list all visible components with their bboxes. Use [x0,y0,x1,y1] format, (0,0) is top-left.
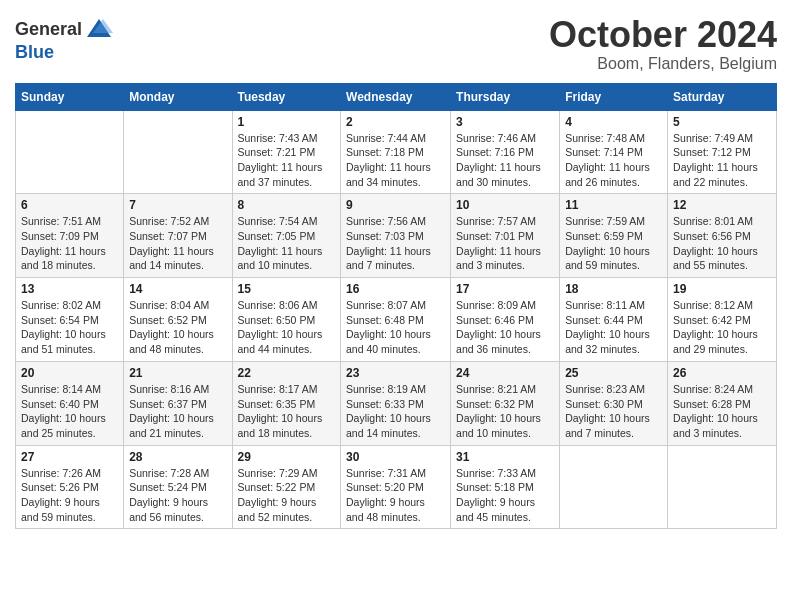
day-info: Sunrise: 8:12 AM Sunset: 6:42 PM Dayligh… [673,298,771,357]
calendar-cell: 29Sunrise: 7:29 AM Sunset: 5:22 PM Dayli… [232,445,341,529]
day-info: Sunrise: 8:17 AM Sunset: 6:35 PM Dayligh… [238,382,336,441]
calendar-cell: 17Sunrise: 8:09 AM Sunset: 6:46 PM Dayli… [451,278,560,362]
day-number: 17 [456,282,554,296]
calendar-cell [560,445,668,529]
calendar-cell: 12Sunrise: 8:01 AM Sunset: 6:56 PM Dayli… [668,194,777,278]
day-info: Sunrise: 7:31 AM Sunset: 5:20 PM Dayligh… [346,466,445,525]
calendar-week-row: 1Sunrise: 7:43 AM Sunset: 7:21 PM Daylig… [16,110,777,194]
day-info: Sunrise: 7:54 AM Sunset: 7:05 PM Dayligh… [238,214,336,273]
calendar-cell: 22Sunrise: 8:17 AM Sunset: 6:35 PM Dayli… [232,361,341,445]
day-number: 18 [565,282,662,296]
calendar-cell [668,445,777,529]
day-info: Sunrise: 7:29 AM Sunset: 5:22 PM Dayligh… [238,466,336,525]
calendar-cell: 25Sunrise: 8:23 AM Sunset: 6:30 PM Dayli… [560,361,668,445]
calendar-cell: 30Sunrise: 7:31 AM Sunset: 5:20 PM Dayli… [341,445,451,529]
calendar-table: SundayMondayTuesdayWednesdayThursdayFrid… [15,83,777,530]
calendar-cell: 5Sunrise: 7:49 AM Sunset: 7:12 PM Daylig… [668,110,777,194]
calendar-cell: 26Sunrise: 8:24 AM Sunset: 6:28 PM Dayli… [668,361,777,445]
day-number: 21 [129,366,226,380]
day-info: Sunrise: 8:14 AM Sunset: 6:40 PM Dayligh… [21,382,118,441]
day-info: Sunrise: 7:43 AM Sunset: 7:21 PM Dayligh… [238,131,336,190]
calendar-cell: 2Sunrise: 7:44 AM Sunset: 7:18 PM Daylig… [341,110,451,194]
day-number: 25 [565,366,662,380]
calendar-week-row: 6Sunrise: 7:51 AM Sunset: 7:09 PM Daylig… [16,194,777,278]
logo-icon [85,15,113,43]
day-info: Sunrise: 8:06 AM Sunset: 6:50 PM Dayligh… [238,298,336,357]
calendar-cell: 15Sunrise: 8:06 AM Sunset: 6:50 PM Dayli… [232,278,341,362]
weekday-header: Monday [124,83,232,110]
calendar-cell: 23Sunrise: 8:19 AM Sunset: 6:33 PM Dayli… [341,361,451,445]
day-number: 12 [673,198,771,212]
day-number: 19 [673,282,771,296]
calendar-header-row: SundayMondayTuesdayWednesdayThursdayFrid… [16,83,777,110]
calendar-week-row: 27Sunrise: 7:26 AM Sunset: 5:26 PM Dayli… [16,445,777,529]
calendar-cell: 24Sunrise: 8:21 AM Sunset: 6:32 PM Dayli… [451,361,560,445]
day-number: 10 [456,198,554,212]
day-info: Sunrise: 7:59 AM Sunset: 6:59 PM Dayligh… [565,214,662,273]
month-title: October 2024 [549,15,777,55]
day-number: 9 [346,198,445,212]
calendar-cell: 1Sunrise: 7:43 AM Sunset: 7:21 PM Daylig… [232,110,341,194]
day-number: 22 [238,366,336,380]
day-info: Sunrise: 8:04 AM Sunset: 6:52 PM Dayligh… [129,298,226,357]
calendar-cell [124,110,232,194]
day-number: 29 [238,450,336,464]
calendar-cell: 28Sunrise: 7:28 AM Sunset: 5:24 PM Dayli… [124,445,232,529]
title-block: October 2024 Boom, Flanders, Belgium [549,15,777,73]
calendar-cell: 14Sunrise: 8:04 AM Sunset: 6:52 PM Dayli… [124,278,232,362]
day-number: 20 [21,366,118,380]
calendar-cell: 27Sunrise: 7:26 AM Sunset: 5:26 PM Dayli… [16,445,124,529]
day-number: 30 [346,450,445,464]
day-info: Sunrise: 8:01 AM Sunset: 6:56 PM Dayligh… [673,214,771,273]
calendar-cell: 31Sunrise: 7:33 AM Sunset: 5:18 PM Dayli… [451,445,560,529]
day-number: 11 [565,198,662,212]
day-info: Sunrise: 7:46 AM Sunset: 7:16 PM Dayligh… [456,131,554,190]
day-number: 23 [346,366,445,380]
day-number: 28 [129,450,226,464]
day-number: 6 [21,198,118,212]
calendar-cell: 20Sunrise: 8:14 AM Sunset: 6:40 PM Dayli… [16,361,124,445]
calendar-cell: 8Sunrise: 7:54 AM Sunset: 7:05 PM Daylig… [232,194,341,278]
day-number: 1 [238,115,336,129]
day-info: Sunrise: 7:33 AM Sunset: 5:18 PM Dayligh… [456,466,554,525]
calendar-week-row: 13Sunrise: 8:02 AM Sunset: 6:54 PM Dayli… [16,278,777,362]
day-info: Sunrise: 7:57 AM Sunset: 7:01 PM Dayligh… [456,214,554,273]
day-info: Sunrise: 8:24 AM Sunset: 6:28 PM Dayligh… [673,382,771,441]
day-number: 13 [21,282,118,296]
day-number: 27 [21,450,118,464]
day-number: 26 [673,366,771,380]
calendar-cell [16,110,124,194]
day-info: Sunrise: 7:56 AM Sunset: 7:03 PM Dayligh… [346,214,445,273]
weekday-header: Friday [560,83,668,110]
calendar-cell: 3Sunrise: 7:46 AM Sunset: 7:16 PM Daylig… [451,110,560,194]
day-info: Sunrise: 8:09 AM Sunset: 6:46 PM Dayligh… [456,298,554,357]
day-number: 15 [238,282,336,296]
logo-general: General [15,20,82,38]
day-info: Sunrise: 7:48 AM Sunset: 7:14 PM Dayligh… [565,131,662,190]
day-info: Sunrise: 8:21 AM Sunset: 6:32 PM Dayligh… [456,382,554,441]
day-info: Sunrise: 7:51 AM Sunset: 7:09 PM Dayligh… [21,214,118,273]
day-number: 14 [129,282,226,296]
calendar-cell: 11Sunrise: 7:59 AM Sunset: 6:59 PM Dayli… [560,194,668,278]
day-number: 4 [565,115,662,129]
day-info: Sunrise: 8:23 AM Sunset: 6:30 PM Dayligh… [565,382,662,441]
day-info: Sunrise: 8:02 AM Sunset: 6:54 PM Dayligh… [21,298,118,357]
day-info: Sunrise: 8:19 AM Sunset: 6:33 PM Dayligh… [346,382,445,441]
day-number: 24 [456,366,554,380]
day-info: Sunrise: 7:49 AM Sunset: 7:12 PM Dayligh… [673,131,771,190]
day-info: Sunrise: 7:28 AM Sunset: 5:24 PM Dayligh… [129,466,226,525]
logo: General Blue [15,15,113,62]
day-info: Sunrise: 8:16 AM Sunset: 6:37 PM Dayligh… [129,382,226,441]
weekday-header: Sunday [16,83,124,110]
calendar-week-row: 20Sunrise: 8:14 AM Sunset: 6:40 PM Dayli… [16,361,777,445]
calendar-cell: 7Sunrise: 7:52 AM Sunset: 7:07 PM Daylig… [124,194,232,278]
page-header: General Blue October 2024 Boom, Flanders… [15,15,777,73]
calendar-cell: 10Sunrise: 7:57 AM Sunset: 7:01 PM Dayli… [451,194,560,278]
calendar-cell: 19Sunrise: 8:12 AM Sunset: 6:42 PM Dayli… [668,278,777,362]
calendar-cell: 4Sunrise: 7:48 AM Sunset: 7:14 PM Daylig… [560,110,668,194]
calendar-cell: 13Sunrise: 8:02 AM Sunset: 6:54 PM Dayli… [16,278,124,362]
weekday-header: Thursday [451,83,560,110]
day-number: 31 [456,450,554,464]
day-number: 16 [346,282,445,296]
day-number: 8 [238,198,336,212]
